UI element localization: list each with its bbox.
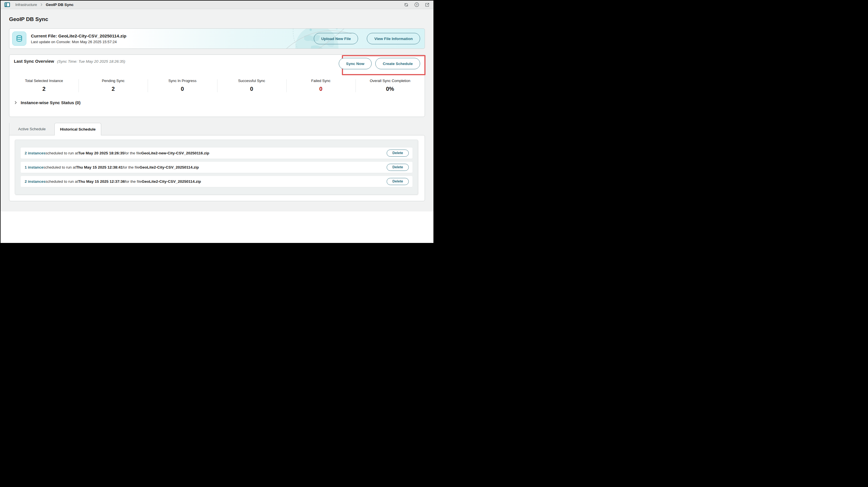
create-schedule-button[interactable]: Create Schedule bbox=[375, 58, 420, 69]
instances-link[interactable]: 2 instances bbox=[25, 179, 45, 183]
schedule-time: Tue May 20 2025 18:26:35 bbox=[78, 151, 124, 155]
page-title: GeoIP DB Sync bbox=[9, 9, 425, 22]
overview-actions: Sync Now Create Schedule bbox=[339, 58, 420, 69]
current-file-info: Current File: GeoLite2-City-CSV_20250114… bbox=[31, 33, 126, 44]
current-file-card: Current File: GeoLite2-City-CSV_20250114… bbox=[9, 28, 425, 49]
schedule-list: 2 instances scheduled to run at Tue May … bbox=[15, 140, 418, 195]
current-file-title: Current File: GeoLite2-City-CSV_20250114… bbox=[31, 33, 126, 38]
breadcrumb-current-page: GeoIP DB Sync bbox=[46, 3, 74, 7]
instance-wise-sync-status-expander[interactable]: Instance-wise Sync Status (0) bbox=[14, 100, 81, 105]
instances-link[interactable]: 2 instances bbox=[25, 151, 45, 155]
historical-schedule-panel: 2 instances scheduled to run at Tue May … bbox=[9, 135, 425, 201]
schedule-section: Active Schedule Historical Schedule 2 in… bbox=[9, 123, 425, 201]
schedule-file: GeoLite2-new-City-CSV_20250116.zip bbox=[141, 151, 209, 155]
open-in-new-icon[interactable] bbox=[425, 2, 430, 7]
last-sync-overview-card: Last Sync Overview (Sync Time: Tue May 2… bbox=[9, 55, 425, 117]
top-bar: Infrastructure GeoIP DB Sync ? bbox=[1, 1, 433, 9]
instances-link[interactable]: 1 instance bbox=[25, 165, 43, 169]
stat-pending-sync: Pending Sync 2 bbox=[79, 79, 148, 92]
view-file-information-button[interactable]: View File Information bbox=[367, 33, 420, 44]
sidebar-toggle-icon[interactable] bbox=[4, 2, 10, 8]
instance-wise-sync-status-label: Instance-wise Sync Status (0) bbox=[21, 100, 81, 105]
database-icon bbox=[12, 31, 26, 46]
schedule-row: 2 instances scheduled to run at Thu May … bbox=[21, 176, 412, 187]
svg-text:?: ? bbox=[416, 3, 417, 6]
refresh-icon[interactable] bbox=[404, 2, 409, 7]
current-file-subtitle: Last update on Console: Mon May 26 2025 … bbox=[31, 40, 126, 44]
chevron-right-icon bbox=[14, 101, 18, 105]
tab-active-schedule[interactable]: Active Schedule bbox=[9, 123, 55, 135]
stat-overall-sync-completion: Overall Sync Completion 0% bbox=[355, 79, 425, 92]
schedule-row: 1 instance scheduled to run at Thu May 1… bbox=[21, 162, 412, 173]
delete-button[interactable]: Delete bbox=[387, 178, 409, 185]
breadcrumb-infrastructure[interactable]: Infrastructure bbox=[15, 3, 37, 7]
breadcrumb-chevron-icon bbox=[40, 3, 43, 6]
schedule-file: GeoLite2-City-CSV_20250114.zip bbox=[140, 165, 199, 169]
schedule-row: 2 instances scheduled to run at Tue May … bbox=[21, 148, 412, 159]
overview-title: Last Sync Overview bbox=[14, 59, 54, 63]
delete-button[interactable]: Delete bbox=[387, 164, 409, 171]
stat-failed-sync: Failed Sync 0 bbox=[286, 79, 355, 92]
stat-sync-in-progress: Sync In Progress 0 bbox=[148, 79, 217, 92]
main-content: GeoIP DB Sync bbox=[1, 9, 433, 211]
stat-successful-sync: Successful Sync 0 bbox=[217, 79, 286, 92]
sync-now-button[interactable]: Sync Now bbox=[339, 58, 372, 69]
help-icon[interactable]: ? bbox=[414, 2, 419, 7]
schedule-time: Thu May 15 2025 12:37:36 bbox=[78, 179, 125, 183]
sync-stats-row: Total Selected Instance 2 Pending Sync 2… bbox=[9, 79, 425, 92]
app-window: Infrastructure GeoIP DB Sync ? bbox=[1, 1, 433, 243]
delete-button[interactable]: Delete bbox=[387, 149, 409, 157]
overview-sync-time: (Sync Time: Tue May 20 2025 18:26:35) bbox=[57, 59, 125, 63]
upload-new-file-button[interactable]: Upload New File bbox=[314, 33, 358, 44]
schedule-time: Thu May 15 2025 12:38:41 bbox=[76, 165, 123, 169]
overview-header: Last Sync Overview (Sync Time: Tue May 2… bbox=[14, 59, 125, 64]
file-actions: Upload New File View File Information bbox=[314, 33, 420, 44]
stat-total-selected-instance: Total Selected Instance 2 bbox=[9, 79, 79, 92]
topbar-actions: ? bbox=[404, 2, 430, 7]
schedule-tabs: Active Schedule Historical Schedule bbox=[9, 123, 425, 135]
schedule-file: GeoLite2-City-CSV_20250114.zip bbox=[142, 179, 201, 183]
tab-historical-schedule[interactable]: Historical Schedule bbox=[55, 123, 101, 135]
